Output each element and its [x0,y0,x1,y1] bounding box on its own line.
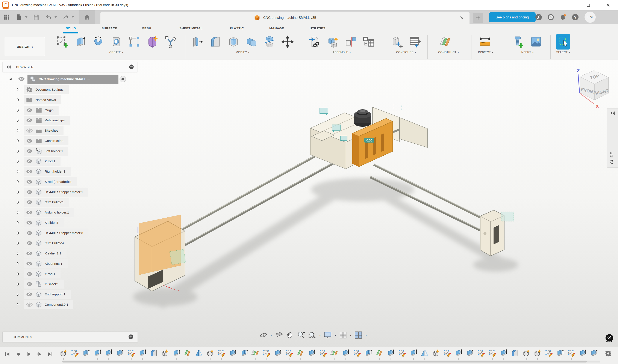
timeline-feature-7-sketch[interactable] [127,349,135,357]
job-status-button[interactable] [547,13,555,21]
timeline-feature-13-triangle[interactable] [195,349,203,357]
dropdown-caret-icon[interactable]: ▾ [319,334,321,337]
tool-insert-derive-button[interactable] [308,34,321,50]
group-label-select[interactable]: SELECT▾ [556,51,570,54]
visibility-on-icon[interactable] [26,261,33,266]
timeline-feature-16-extrude[interactable] [229,349,237,357]
group-label-insert[interactable]: INSERT▾ [511,51,543,54]
timeline-feature-41-fillet[interactable] [511,349,519,357]
comments-panel[interactable]: COMMENTS [2,332,138,342]
tab-manage[interactable]: MANAGE [269,24,284,33]
tool-shell-button[interactable] [227,34,240,50]
activate-component-radio[interactable] [119,76,126,82]
tool-bom-button[interactable] [362,34,375,50]
collapse-guide-icon[interactable] [610,111,615,115]
nav-grid-display-button[interactable] [338,330,348,340]
nav-orbit-button[interactable] [259,330,268,340]
timeline-scrollbar-track[interactable] [62,361,600,363]
expand-arrow-icon[interactable] [17,139,20,143]
group-label-construct[interactable]: CONSTRUCT▾ [438,51,459,54]
tool-fillet-button[interactable] [208,34,222,50]
expand-arrow-icon[interactable] [17,211,20,214]
user-avatar[interactable]: LM [585,12,596,23]
visibility-off-icon[interactable] [26,302,33,307]
expand-arrow-open-icon[interactable] [9,77,12,81]
timeline-feature-4-extrude[interactable] [93,349,101,357]
group-label-inspect[interactable]: INSPECT▾ [478,51,493,54]
timeline-feature-32-extrude[interactable] [410,349,418,357]
timeline-feature-3-extrude[interactable] [82,349,90,357]
expand-arrow-icon[interactable] [17,190,20,194]
timeline-feature-44-sketch[interactable] [545,349,553,357]
tool-measure-button[interactable] [478,34,492,50]
visibility-on-icon[interactable] [26,159,33,163]
timeline-feature-45-extrude[interactable] [556,349,564,357]
expand-arrow-icon[interactable] [17,98,20,102]
visibility-on-icon[interactable] [26,221,33,225]
visibility-on-icon[interactable] [26,210,33,215]
nav-display-button[interactable] [323,330,333,340]
expand-arrow-icon[interactable] [17,180,20,183]
timeline-feature-12-mirror[interactable] [184,349,192,357]
timeline-feature-23-extrude[interactable] [308,349,316,357]
expand-arrow-icon[interactable] [17,221,20,224]
expand-arrow-icon[interactable] [17,241,20,245]
dropdown-caret-icon[interactable]: ▾ [271,334,272,337]
nav-look-at-button[interactable] [274,330,284,340]
group-label-modify[interactable]: MODIFY▾ [191,51,294,54]
timeline-feature-2-sketch[interactable] [71,349,79,357]
timeline-settings-button[interactable] [604,350,612,358]
close-document-tab-button[interactable] [458,15,464,21]
timeline-feature-35-sketch[interactable] [443,349,451,357]
document-tab[interactable]: CNC drawing machine SMALL v35 [100,12,469,24]
maximize-button[interactable] [580,0,597,10]
visibility-on-icon[interactable] [26,190,33,194]
nav-zoom-window-button[interactable] [307,330,317,340]
visibility-on-icon[interactable] [26,272,33,276]
timeline-feature-6-extrude[interactable] [116,349,124,357]
visibility-on-icon[interactable] [26,282,33,286]
visibility-on-icon[interactable] [18,77,25,81]
timeline-feature-37-extrude[interactable] [466,349,474,357]
nav-viewports-button[interactable] [353,330,363,340]
tool-select-button[interactable] [556,34,570,50]
visibility-on-icon[interactable] [26,108,33,112]
timeline-feature-10-component[interactable] [161,349,169,357]
timeline-feature-22-mirror[interactable] [297,349,305,357]
see-plans-button[interactable]: See plans and pricing [489,12,536,22]
expand-arrow-icon[interactable] [17,159,20,163]
dropdown-caret-icon[interactable]: ▾ [335,334,336,337]
tab-utilities[interactable]: UTILITIES [310,24,326,33]
expand-arrow-icon[interactable] [17,262,20,265]
timeline-feature-42-component[interactable] [522,349,530,357]
visibility-on-icon[interactable] [26,139,33,143]
help-button[interactable]: ? [571,13,579,21]
expand-arrow-icon[interactable] [17,303,20,306]
close-window-button[interactable] [600,0,616,10]
tab-sheet-metal[interactable]: SHEET METAL [179,24,203,33]
timeline-scrollbar-thumb[interactable] [62,361,587,363]
assistant-chat-button[interactable] [604,333,614,343]
visibility-off-icon[interactable] [26,129,33,133]
timeline-feature-5-extrude[interactable] [105,349,113,357]
timeline-feature-19-sketch[interactable] [263,349,271,357]
tool-new-component-button[interactable] [326,34,340,50]
timeline-feature-46-sketch[interactable] [567,349,576,357]
tool-press-pull-button[interactable] [191,34,204,50]
timeline-feature-17-extrude[interactable] [240,349,248,357]
visibility-on-icon[interactable] [26,241,33,245]
visibility-on-icon[interactable] [26,251,33,256]
timeline-feature-43-component[interactable] [534,349,542,357]
timeline-feature-47-extrude[interactable] [579,349,587,357]
group-label-assemble[interactable]: ASSEMBLE▾ [308,51,375,54]
timeline-feature-8-extrude[interactable] [138,349,147,357]
extensions-button[interactable] [535,13,542,21]
expand-arrow-icon[interactable] [17,272,20,276]
tool-combine-button[interactable] [245,34,258,50]
tool-insert-fastener-button[interactable] [511,34,525,50]
tool-joint-button[interactable] [344,34,357,50]
timeline-feature-24-sketch[interactable] [319,349,327,357]
expand-arrow-icon[interactable] [17,88,20,91]
tool-canvas-button[interactable] [529,34,543,50]
timeline-feature-33-triangle[interactable] [421,349,429,357]
